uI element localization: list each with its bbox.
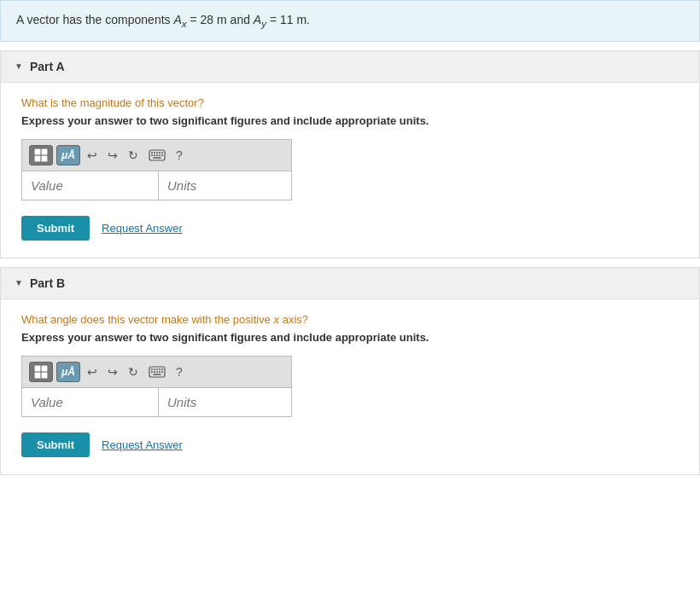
part-a-mu-label: μÅ <box>61 149 75 161</box>
part-b-body: What angle does this vector make with th… <box>1 299 699 474</box>
part-a-refresh-button[interactable]: ↻ <box>125 147 142 164</box>
part-a-undo-button[interactable]: ↩ <box>84 147 101 164</box>
part-a-redo-button[interactable]: ↪ <box>104 147 121 164</box>
part-b-section: ▼ Part B What angle does this vector mak… <box>0 267 700 475</box>
part-a-question: What is the magnitude of this vector? <box>21 96 679 109</box>
part-a-collapse-arrow: ▼ <box>15 61 23 71</box>
problem-statement: A vector has the components Ax = 28 m an… <box>16 13 310 26</box>
part-b-units-input[interactable] <box>159 388 291 416</box>
part-a-keyboard-button[interactable] <box>145 148 169 163</box>
part-b-answer-box: μÅ ↩ ↪ ↻ <box>21 356 292 417</box>
part-b-mu-button[interactable]: μÅ <box>56 362 80 382</box>
part-a-mu-button[interactable]: μÅ <box>56 145 80 165</box>
problem-header: A vector has the components Ax = 28 m an… <box>0 0 700 42</box>
part-a-value-input[interactable] <box>22 171 159 200</box>
part-a-answer-box: μÅ ↩ ↪ ↻ <box>21 139 292 200</box>
part-a-action-row: Submit Request Answer <box>21 216 679 241</box>
part-b-collapse-arrow: ▼ <box>15 278 23 287</box>
part-a-help-button[interactable]: ? <box>172 147 186 164</box>
part-b-undo-button[interactable]: ↩ <box>84 363 101 380</box>
part-b-toolbar: μÅ ↩ ↪ ↻ <box>22 357 291 388</box>
part-b-help-button[interactable]: ? <box>172 363 186 380</box>
svg-rect-1 <box>42 149 47 154</box>
part-b-value-input[interactable] <box>22 388 159 416</box>
svg-rect-17 <box>42 366 47 371</box>
part-a-header[interactable]: ▼ Part A <box>1 51 699 83</box>
part-a-title: Part A <box>30 60 65 73</box>
part-a-request-answer-button[interactable]: Request Answer <box>102 222 183 235</box>
svg-rect-16 <box>35 366 40 371</box>
svg-rect-18 <box>35 373 40 378</box>
part-b-title: Part B <box>30 276 65 290</box>
part-a-body: What is the magnitude of this vector? Ex… <box>1 83 699 258</box>
part-a-instruction: Express your answer to two significant f… <box>21 114 679 127</box>
svg-rect-0 <box>35 149 40 154</box>
part-a-toolbar: μÅ ↩ ↪ ↻ <box>22 140 291 171</box>
svg-rect-2 <box>35 156 40 161</box>
part-b-mu-label: μÅ <box>61 366 75 378</box>
part-b-input-row <box>22 388 291 416</box>
part-a-units-input[interactable] <box>159 171 291 200</box>
part-b-keyboard-button[interactable] <box>145 364 169 380</box>
part-b-question: What angle does this vector make with th… <box>21 313 679 326</box>
part-b-refresh-button[interactable]: ↻ <box>125 363 142 380</box>
part-a-submit-button[interactable]: Submit <box>21 216 90 241</box>
part-b-submit-button[interactable]: Submit <box>21 432 90 457</box>
part-b-request-answer-button[interactable]: Request Answer <box>102 438 183 451</box>
part-b-header[interactable]: ▼ Part B <box>1 268 699 299</box>
svg-rect-19 <box>42 373 47 378</box>
part-b-instruction: Express your answer to two significant f… <box>21 331 679 344</box>
part-a-grid-button[interactable] <box>29 145 53 165</box>
part-b-redo-button[interactable]: ↪ <box>104 363 121 380</box>
part-a-section: ▼ Part A What is the magnitude of this v… <box>0 50 700 258</box>
part-a-input-row <box>22 171 291 200</box>
svg-rect-3 <box>42 156 47 161</box>
part-b-grid-button[interactable] <box>29 362 53 382</box>
part-b-action-row: Submit Request Answer <box>21 432 679 457</box>
